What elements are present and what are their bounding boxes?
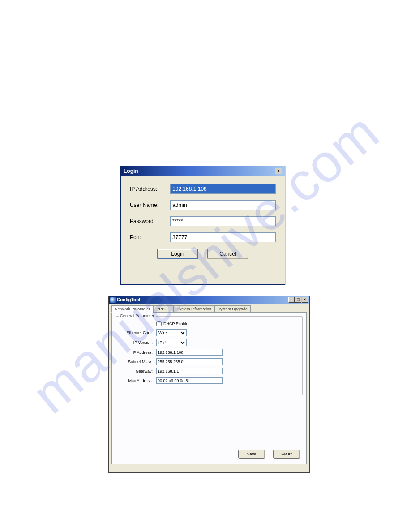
tab-bar: NetWork Parameter PPPOE System Informati… xyxy=(109,304,309,312)
gateway-label: Gateway: xyxy=(120,369,156,373)
user-name-label: User Name: xyxy=(130,202,170,208)
return-button[interactable]: Return xyxy=(273,450,300,459)
login-body: IP Address: User Name: Password: Port: L… xyxy=(121,176,285,265)
fieldset-legend: General Parameter xyxy=(119,313,156,318)
tab-panel: General Parameter DHCP Enable Ethernet C… xyxy=(111,312,307,464)
login-button-row: Login Cancel xyxy=(130,249,276,259)
window-buttons: _ □ × xyxy=(288,297,308,303)
configtool-window: ConfigTool _ □ × NetWork Parameter PPPOE… xyxy=(108,296,310,473)
tab-network-parameter[interactable]: NetWork Parameter xyxy=(111,305,153,313)
ethernet-card-label: Ethernet Card: xyxy=(120,330,156,335)
save-button[interactable]: Save xyxy=(238,450,265,459)
row-dhcp: DHCP Enable xyxy=(120,321,298,326)
configtool-titlebar: ConfigTool _ □ × xyxy=(109,296,309,304)
gateway-input[interactable] xyxy=(156,368,223,374)
minimize-icon[interactable]: _ xyxy=(288,297,295,303)
row-ipversion: IP Version: IPv4 xyxy=(120,339,298,346)
login-row-pass: Password: xyxy=(130,216,276,226)
configtool-title: ConfigTool xyxy=(117,297,140,302)
login-dialog: Login × IP Address: User Name: Password:… xyxy=(120,166,285,285)
mac-address-label: Mac Address: xyxy=(120,378,156,383)
ethernet-card-select[interactable]: Wire xyxy=(156,329,187,336)
cancel-button[interactable]: Cancel xyxy=(207,249,248,259)
login-row-port: Port: xyxy=(130,232,276,242)
cfg-ip-address-input[interactable] xyxy=(156,349,223,356)
mac-address-input[interactable] xyxy=(156,377,223,384)
config-button-row: Save Return xyxy=(238,450,300,459)
ip-version-label: IP Version: xyxy=(120,340,156,345)
tab-system-information[interactable]: System Information xyxy=(173,305,214,313)
row-mac: Mac Address: xyxy=(120,377,298,384)
app-icon xyxy=(110,297,116,303)
login-row-user: User Name: xyxy=(130,200,276,210)
dhcp-checkbox-label: DHCP Enable xyxy=(163,322,188,326)
close-icon[interactable]: × xyxy=(275,168,282,174)
ip-version-select[interactable]: IPv4 xyxy=(156,339,187,346)
row-gateway: Gateway: xyxy=(120,368,298,374)
login-titlebar: Login × xyxy=(121,166,285,176)
password-label: Password: xyxy=(130,218,170,224)
password-input[interactable] xyxy=(170,216,276,226)
port-label: Port: xyxy=(130,234,170,240)
subnet-mask-input[interactable] xyxy=(156,358,223,365)
login-row-ip: IP Address: xyxy=(130,184,276,194)
subnet-mask-label: Subnet Mask: xyxy=(120,360,156,364)
ip-address-label: IP Address: xyxy=(130,186,170,192)
tab-system-upgrade[interactable]: System Upgrade xyxy=(214,305,251,313)
general-parameter-fieldset: General Parameter DHCP Enable Ethernet C… xyxy=(116,316,303,395)
login-title: Login xyxy=(124,168,138,174)
maximize-icon[interactable]: □ xyxy=(295,297,301,303)
row-subnet: Subnet Mask: xyxy=(120,358,298,365)
row-ipaddress: IP Address: xyxy=(120,349,298,356)
row-ethernet: Ethernet Card: Wire xyxy=(120,329,298,336)
dhcp-enable-checkbox[interactable]: DHCP Enable xyxy=(156,321,188,326)
user-name-input[interactable] xyxy=(170,200,276,210)
dhcp-checkbox-input[interactable] xyxy=(156,321,162,326)
cfg-ip-address-label: IP Address: xyxy=(120,350,156,355)
ip-address-input[interactable] xyxy=(170,184,276,194)
port-input[interactable] xyxy=(170,232,276,242)
close-icon[interactable]: × xyxy=(302,297,308,303)
tab-pppoe[interactable]: PPPOE xyxy=(153,305,173,313)
login-button[interactable]: Login xyxy=(157,249,198,259)
